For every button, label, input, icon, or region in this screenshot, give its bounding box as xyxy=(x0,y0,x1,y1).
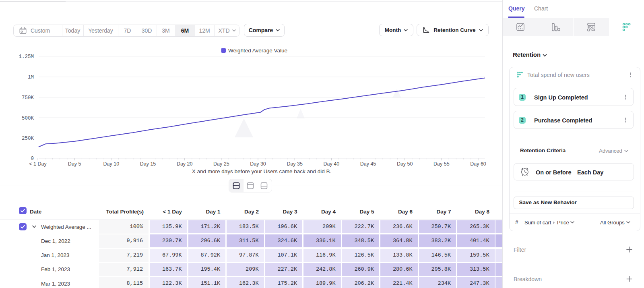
svg-text:< 1 Day: < 1 Day xyxy=(29,161,47,167)
svg-text:Day 35: Day 35 xyxy=(287,161,303,167)
svg-text:Day 15: Day 15 xyxy=(140,161,156,167)
svg-text:750K: 750K xyxy=(22,95,34,101)
svg-text:Day 30: Day 30 xyxy=(250,161,266,167)
svg-text:Day 60: Day 60 xyxy=(470,161,486,167)
svg-text:250K: 250K xyxy=(22,136,34,141)
svg-text:1M: 1M xyxy=(28,75,34,80)
svg-text:Day 25: Day 25 xyxy=(213,161,229,167)
svg-text:1.25M: 1.25M xyxy=(19,54,34,60)
svg-text:Day 20: Day 20 xyxy=(177,161,193,167)
svg-text:Day 45: Day 45 xyxy=(360,161,376,167)
svg-text:Day 5: Day 5 xyxy=(68,161,81,167)
svg-text:Day 50: Day 50 xyxy=(397,161,413,167)
svg-text:Day 10: Day 10 xyxy=(103,161,119,167)
svg-text:Day 40: Day 40 xyxy=(323,161,339,167)
svg-text:Day 55: Day 55 xyxy=(433,161,450,167)
svg-text:Weighted Average Value: Weighted Average Value xyxy=(228,48,287,54)
svg-text:500K: 500K xyxy=(22,116,34,121)
